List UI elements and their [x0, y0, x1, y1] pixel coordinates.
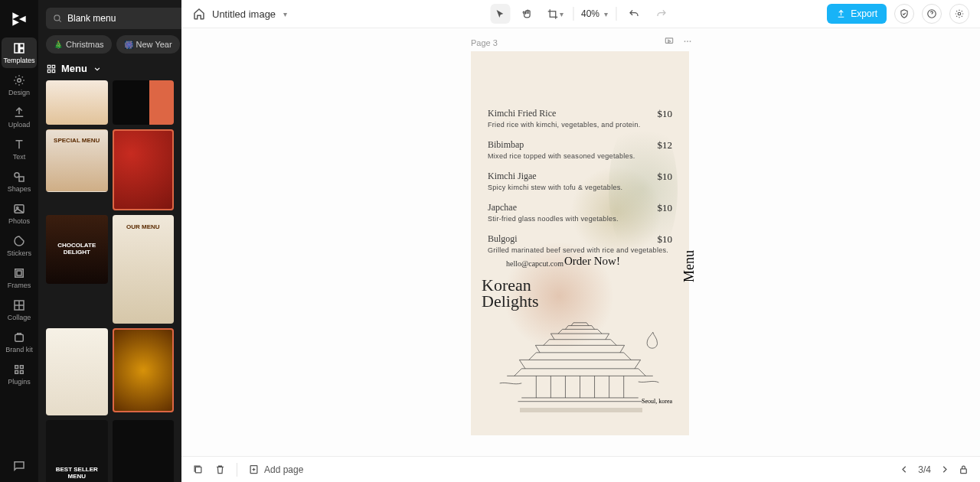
hand-tool[interactable] — [518, 4, 537, 24]
template-gallery: SPECIAL MENU CHOCOLATE DELIGHT OUR MENU … — [38, 80, 181, 482]
panel-heading[interactable]: Menu — [38, 60, 181, 80]
nav-upload[interactable]: Upload — [2, 102, 37, 132]
svg-rect-19 — [47, 70, 51, 73]
menu-name: Bulgogi — [488, 233, 672, 245]
menu-desc: Spicy kimchi stew with tofu & vegetables… — [488, 184, 672, 191]
nav-templates[interactable]: Templates — [2, 37, 37, 68]
page-label: Page 3 — [471, 38, 498, 47]
doc-title[interactable]: Untitled image — [212, 8, 276, 20]
nav-collage[interactable]: Collage — [2, 295, 37, 325]
nav-brandkit[interactable]: Brand kit — [2, 327, 37, 357]
menu-vertical-label: Menu — [681, 250, 697, 282]
topbar: Untitled image ▾ ▾ 40%▾ Export — [181, 0, 980, 28]
nav-rail: Templates Design Upload Text Shapes Phot… — [0, 0, 38, 482]
temple-sketch — [482, 288, 678, 412]
duplicate-page-icon[interactable] — [192, 464, 204, 475]
template-thumb[interactable] — [46, 328, 108, 415]
redo-button[interactable] — [652, 4, 671, 24]
template-thumb[interactable] — [113, 80, 175, 125]
nav-frames[interactable]: Frames — [2, 262, 37, 293]
menu-price: $10 — [658, 202, 673, 214]
svg-point-3 — [18, 79, 21, 83]
template-thumb[interactable]: OUR MENU — [113, 215, 175, 324]
search-input[interactable] — [67, 13, 182, 24]
bottombar: Add page 3/4 — [181, 456, 980, 482]
menu-desc: Grilled marinated beef served with rice … — [488, 246, 672, 254]
contact-email: hello@capcut.com — [506, 259, 564, 268]
template-thumb[interactable] — [113, 328, 175, 412]
crop-tool[interactable]: ▾ — [545, 4, 565, 24]
settings-icon[interactable] — [949, 4, 969, 24]
tool-group: ▾ 40%▾ — [490, 4, 671, 24]
svg-rect-17 — [47, 65, 51, 68]
svg-rect-9 — [17, 271, 21, 275]
svg-rect-2 — [20, 49, 24, 53]
menu-price: $12 — [658, 139, 673, 151]
svg-point-27 — [684, 41, 686, 42]
home-icon[interactable] — [192, 7, 206, 21]
template-thumb[interactable] — [113, 420, 175, 482]
undo-button[interactable] — [624, 4, 644, 24]
svg-rect-11 — [15, 334, 24, 341]
delete-page-icon[interactable] — [214, 464, 226, 475]
page-counter: 3/4 — [918, 464, 931, 475]
menu-price: $10 — [658, 171, 673, 183]
menu-price: $10 — [658, 108, 673, 120]
export-button[interactable]: Export — [827, 4, 887, 24]
svg-rect-14 — [15, 371, 18, 374]
chip-christmas[interactable]: 🎄Christmas — [46, 35, 112, 54]
app-logo — [9, 9, 29, 29]
page-more-icon[interactable] — [682, 36, 693, 47]
svg-rect-32 — [961, 469, 967, 474]
shield-icon[interactable] — [894, 4, 914, 24]
order-now-text: Order Now! — [564, 255, 620, 268]
svg-rect-13 — [21, 366, 24, 369]
nav-stickers[interactable]: Stickers — [2, 230, 37, 261]
menu-name: Kimchi Jigae — [488, 171, 672, 182]
svg-rect-5 — [19, 177, 24, 181]
nav-plugins[interactable]: Plugins — [2, 359, 37, 389]
template-thumb[interactable]: SPECIAL MENU — [46, 129, 108, 192]
template-thumb[interactable] — [46, 80, 108, 125]
svg-point-28 — [687, 41, 688, 42]
svg-point-4 — [15, 173, 19, 177]
nav-text[interactable]: Text — [2, 134, 37, 164]
zoom-control[interactable]: 40%▾ — [581, 8, 608, 19]
select-tool[interactable] — [490, 4, 510, 24]
chevron-down-icon — [92, 64, 103, 74]
template-thumb[interactable]: BEST SELLER MENU — [46, 420, 108, 482]
plus-page-icon — [248, 464, 260, 475]
svg-rect-18 — [52, 65, 55, 68]
menu-name: Kimchi Fried Rice — [488, 108, 672, 119]
canvas-stage[interactable]: Page 3 $10Kimchi Fried RiceFried rice wi… — [181, 28, 980, 456]
nav-photos[interactable]: Photos — [2, 198, 37, 229]
add-page-button[interactable]: Add page — [248, 464, 303, 475]
svg-rect-21 — [550, 11, 556, 17]
menu-desc: Stir-fried glass noodles with vegetables… — [488, 215, 672, 223]
templates-panel: 🎄Christmas 🎆New Year Mo Menu SPECIAL MEN… — [38, 0, 181, 482]
present-icon[interactable] — [664, 36, 675, 47]
svg-rect-1 — [20, 44, 24, 47]
nav-design[interactable]: Design — [2, 70, 37, 100]
menu-name: Bibimbap — [488, 139, 672, 151]
nav-feedback[interactable] — [2, 451, 37, 481]
svg-point-23 — [958, 12, 961, 15]
help-icon[interactable] — [922, 4, 942, 24]
lock-icon[interactable] — [958, 464, 969, 475]
nav-shapes[interactable]: Shapes — [2, 166, 37, 197]
location-text: Seoul, korea — [642, 398, 672, 405]
svg-point-29 — [690, 41, 691, 42]
menu-desc: Fried rice with kimchi, vegetables, and … — [488, 121, 672, 129]
search-icon — [52, 13, 63, 24]
chevron-down-icon[interactable]: ▾ — [283, 10, 287, 18]
prev-page-icon[interactable] — [899, 464, 910, 475]
menu-desc: Mixed rice topped with seasoned vegetabl… — [488, 152, 672, 160]
chip-newyear[interactable]: 🎆New Year — [116, 35, 180, 54]
design-canvas[interactable]: $10Kimchi Fried RiceFried rice with kimc… — [471, 51, 689, 435]
svg-rect-12 — [15, 366, 18, 369]
template-thumb[interactable]: CHOCOLATE DELIGHT — [46, 215, 108, 284]
svg-rect-30 — [195, 467, 201, 473]
next-page-icon[interactable] — [939, 464, 950, 475]
template-thumb[interactable] — [113, 129, 175, 210]
pedestal-shape — [520, 408, 642, 412]
